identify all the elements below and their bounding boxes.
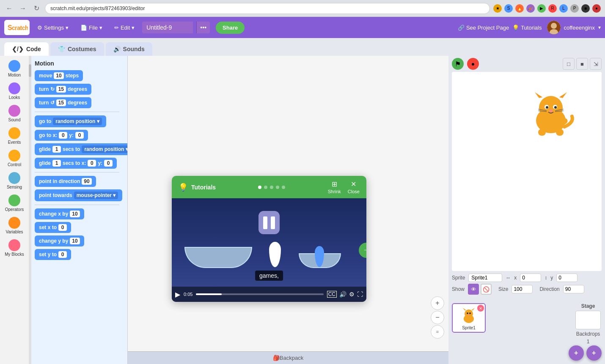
tutorial-dots: [258, 186, 285, 189]
size-value-input[interactable]: [512, 285, 533, 293]
sidebar-item-events[interactable]: Events: [1, 126, 28, 146]
block-glide1[interactable]: glide 1 secs to random position ▾: [35, 143, 127, 155]
forward-button[interactable]: →: [18, 3, 28, 14]
file-menu[interactable]: 📄 File ▾: [76, 22, 107, 33]
volume-icon[interactable]: 🔊: [339, 291, 346, 298]
y-value-input[interactable]: [556, 274, 578, 282]
address-bar[interactable]: scratch.mit.edu/projects/872463903/edito…: [45, 3, 490, 14]
sidebar-item-myblocks[interactable]: My Blocks: [1, 238, 28, 258]
edit-menu[interactable]: ✏ Edit ▾: [110, 22, 139, 33]
zoom-in-button[interactable]: +: [431, 296, 444, 310]
block-move[interactable]: move 10 steps: [35, 70, 83, 81]
video-control-icons: CC 🔊 ⚙ ⛶: [327, 291, 363, 298]
show-hidden-button[interactable]: 🚫: [481, 284, 492, 295]
refresh-button[interactable]: ↻: [31, 3, 41, 14]
svg-text:cratch: cratch: [12, 25, 28, 31]
settings-icon[interactable]: ⚙: [349, 291, 355, 298]
user-avatar[interactable]: [547, 21, 561, 34]
browser-icon-10[interactable]: ●: [592, 4, 601, 13]
sprite-label: Sprite: [452, 275, 465, 281]
shrink-button[interactable]: ⊞ Shrink: [328, 180, 341, 194]
sidebar-item-sensing[interactable]: Sensing: [1, 170, 28, 191]
zoom-out-button[interactable]: −: [431, 311, 444, 324]
dot-1[interactable]: [258, 186, 261, 189]
dot-2[interactable]: [264, 186, 267, 189]
block-glide2[interactable]: glide 1 secs to x: 0 y: 0: [35, 158, 117, 169]
code-area: 💡 Tutorials ⊞ Shrink: [128, 56, 448, 364]
project-title-input[interactable]: [142, 22, 193, 33]
close-button[interactable]: ✕ Close: [348, 180, 360, 194]
zoom-fit-button[interactable]: =: [431, 325, 444, 339]
block-turn-ccw[interactable]: turn ↺ 15 degrees: [35, 97, 91, 108]
main-layout: Motion Looks Sound Events Control Sensin…: [0, 56, 605, 364]
settings-menu[interactable]: ⚙ Settings ▾: [33, 22, 73, 33]
green-flag-button[interactable]: ⚑: [452, 58, 464, 70]
block-turn-cw[interactable]: turn ↻ 15 degrees: [35, 84, 91, 95]
browser-icon-7[interactable]: L: [559, 4, 568, 13]
block-row: go to x: 0 y: 0: [35, 130, 124, 141]
dot-4[interactable]: [276, 186, 279, 189]
fullscreen-button[interactable]: ⇲: [590, 58, 602, 70]
x-value-input[interactable]: [520, 274, 541, 282]
browser-icon-1[interactable]: ★: [493, 4, 502, 13]
sidebar-item-control[interactable]: Control: [1, 148, 28, 169]
browser-icon-8[interactable]: P: [570, 4, 579, 13]
file-icon: 📄: [80, 25, 87, 31]
back-button[interactable]: ←: [4, 3, 14, 14]
block-change-x[interactable]: change x by 10: [35, 208, 84, 219]
sprite-info: Sprite ↔ x ↕ y Show 👁 🚫 Size Direction: [448, 271, 605, 301]
block-change-y[interactable]: change y by 10: [35, 235, 84, 246]
sidebar-item-operators[interactable]: Operators: [1, 193, 28, 213]
cc-icon[interactable]: CC: [327, 291, 337, 298]
tab-costumes[interactable]: 👕 Costumes: [50, 42, 104, 56]
tab-code[interactable]: ❮/❯ Code: [4, 42, 49, 56]
sidebar-item-motion[interactable]: Motion: [1, 58, 28, 79]
sprite-delete-button[interactable]: ✕: [477, 305, 484, 312]
dot-5[interactable]: [282, 186, 285, 189]
add-backdrop-button[interactable]: +: [586, 345, 602, 361]
block-set-x[interactable]: set x to 0: [35, 222, 71, 233]
sidebar-item-sound[interactable]: Sound: [1, 103, 28, 124]
browser-icon-6[interactable]: R: [548, 4, 557, 13]
browser-icon-2[interactable]: S: [504, 4, 513, 13]
direction-value-input[interactable]: [563, 285, 584, 293]
user-dropdown-icon[interactable]: ▾: [598, 25, 601, 30]
browser-icon-5[interactable]: ▶: [537, 4, 546, 13]
user-name[interactable]: coffeeenginx: [564, 25, 595, 31]
large-stage-button[interactable]: ■: [576, 58, 588, 70]
tutorials-button[interactable]: 💡 Tutorials: [512, 25, 542, 31]
tab-sounds[interactable]: 🔊 Sounds: [106, 42, 152, 56]
browser-icon-9[interactable]: ■: [581, 4, 590, 13]
block-point-towards[interactable]: point towards mouse-pointer ▾: [35, 189, 122, 201]
sprite-row-1: Sprite ↔ x ↕ y: [452, 274, 602, 282]
blocks-scrollbar[interactable]: [29, 56, 31, 364]
fullscreen-icon[interactable]: ⛶: [357, 291, 363, 298]
sprite1-thumbnail[interactable]: ✕ Sprite1: [452, 303, 486, 333]
play-button[interactable]: ▶: [175, 290, 180, 298]
small-stage-button[interactable]: □: [563, 58, 575, 70]
block-point-dir[interactable]: point in direction 90: [35, 176, 96, 187]
browser-icon-3[interactable]: 🔥: [515, 4, 524, 13]
block-goto[interactable]: go to random position ▾: [35, 115, 106, 127]
block-gotoxy[interactable]: go to x: 0 y: 0: [35, 130, 88, 141]
dot-3[interactable]: [270, 186, 273, 189]
see-project-button[interactable]: 🔗 See Project Page: [458, 25, 509, 31]
project-dots-button[interactable]: •••: [196, 22, 210, 33]
video-progress-bar[interactable]: [196, 293, 323, 295]
stop-button[interactable]: ●: [467, 58, 479, 70]
tutorial-overlay: 💡 Tutorials ⊞ Shrink: [128, 176, 410, 302]
add-sprite-button[interactable]: +: [569, 345, 584, 361]
sidebar-item-variables[interactable]: Variables: [1, 215, 28, 236]
browser-icon-4[interactable]: 🎻: [526, 4, 535, 13]
block-set-y[interactable]: set y to 0: [35, 249, 71, 260]
share-button[interactable]: Share: [216, 22, 245, 34]
show-visible-button[interactable]: 👁: [468, 284, 479, 295]
add-backdrop-icon: +: [589, 348, 599, 358]
blocks-panel: Motion Looks Sound Events Control Sensin…: [0, 56, 128, 364]
sprites-column: ✕ Sprite1: [448, 301, 571, 347]
backpack-bar[interactable]: 🎒 Backpack: [128, 351, 448, 364]
sidebar-item-looks[interactable]: Looks: [1, 81, 28, 101]
sprite-name-input[interactable]: [468, 274, 502, 282]
stage-thumbnail[interactable]: [575, 311, 601, 329]
block-row: move 10 steps: [35, 70, 124, 81]
